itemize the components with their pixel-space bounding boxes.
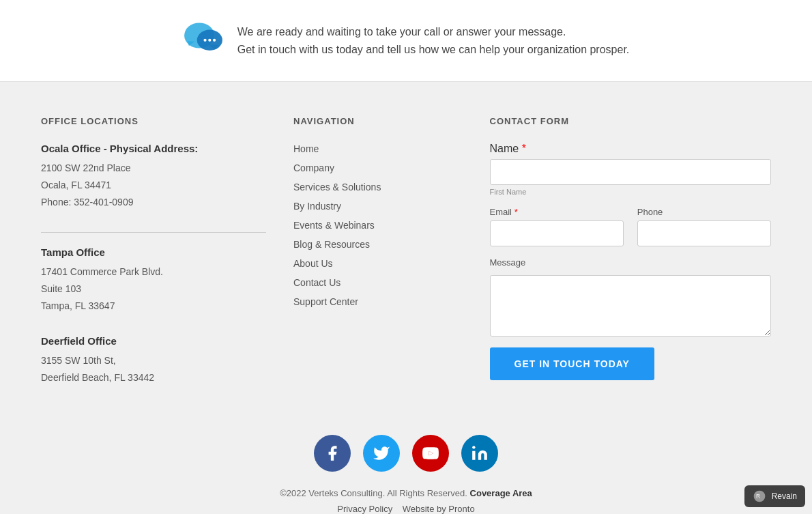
nav-item-company[interactable]: Company — [293, 162, 463, 174]
ocala-phone: Phone: 352-401-0909 — [41, 197, 133, 208]
svg-text:R: R — [756, 493, 760, 500]
footer-bottom: ©2022 Verteks Consulting. All Rights Res… — [41, 485, 771, 515]
banner-line2: Get in touch with us today and tell us h… — [237, 41, 630, 59]
name-label: Name * — [490, 143, 526, 154]
footer-main: OFFICE LOCATIONS Ocala Office - Physical… — [0, 82, 812, 514]
privacy-link[interactable]: Privacy Policy — [337, 504, 392, 514]
nav-link-industry[interactable]: By Industry — [293, 201, 341, 212]
first-name-sublabel: First Name — [490, 188, 772, 196]
office-locations-heading: OFFICE LOCATIONS — [41, 116, 266, 126]
youtube-icon — [422, 444, 439, 462]
name-input[interactable] — [490, 159, 772, 185]
tampa-office-name: Tampa Office — [41, 246, 266, 258]
svg-point-9 — [472, 446, 475, 448]
email-label: Email * — [490, 207, 624, 217]
policy-line: Privacy Policy Website by Pronto — [41, 501, 771, 514]
nav-item-about[interactable]: About Us — [293, 257, 463, 270]
contact-form-heading: CONTACT FORM — [490, 116, 772, 126]
tampa-suite: Suite 103 — [41, 283, 81, 294]
nav-link-support[interactable]: Support Center — [293, 296, 358, 307]
message-field-group: Message — [490, 257, 772, 337]
nav-item-contact[interactable]: Contact Us — [293, 276, 463, 289]
linkedin-icon — [471, 444, 489, 462]
office-locations-column: OFFICE LOCATIONS Ocala Office - Physical… — [41, 116, 266, 408]
nav-item-home[interactable]: Home — [293, 143, 463, 155]
deerfield-office: Deerfield Office 3155 SW 10th St, Deerfi… — [41, 335, 266, 386]
message-textarea[interactable] — [490, 275, 772, 337]
email-field-group: Email * — [490, 207, 624, 246]
banner-line1: We are ready and waiting to take your ca… — [237, 23, 630, 41]
banner-text: We are ready and waiting to take your ca… — [237, 23, 630, 58]
message-label: Message — [490, 257, 772, 268]
nav-link-services[interactable]: Services & Solutions — [293, 182, 381, 192]
office-divider-1 — [41, 232, 266, 233]
email-required: * — [514, 207, 518, 217]
youtube-link[interactable] — [412, 435, 449, 472]
svg-point-4 — [203, 39, 206, 42]
nav-item-industry[interactable]: By Industry — [293, 200, 463, 212]
coverage-link[interactable]: Coverage Area — [470, 488, 532, 498]
ocala-office-name: Ocala Office - Physical Address: — [41, 143, 266, 154]
tampa-office: Tampa Office 17401 Commerce Park Blvd. S… — [41, 246, 266, 315]
website-link[interactable]: Website by Pronto — [403, 504, 475, 514]
svg-point-6 — [213, 39, 216, 42]
linkedin-link[interactable] — [461, 435, 498, 472]
phone-field-group: Phone — [637, 207, 771, 246]
nav-link-blog[interactable]: Blog & Resources — [293, 239, 370, 250]
svg-point-5 — [208, 39, 211, 42]
email-phone-row: Email * Phone — [490, 207, 772, 246]
facebook-icon — [323, 444, 341, 462]
nav-link-home[interactable]: Home — [293, 143, 319, 154]
nav-link-events[interactable]: Events & Webinars — [293, 220, 375, 231]
chat-icon — [183, 20, 224, 61]
copyright-line: ©2022 Verteks Consulting. All Rights Res… — [41, 485, 771, 501]
submit-button[interactable]: GET IN TOUCH TODAY — [490, 347, 654, 380]
deerfield-office-name: Deerfield Office — [41, 335, 266, 347]
deerfield-city: Deerfield Beach, FL 33442 — [41, 372, 154, 383]
name-required: * — [522, 143, 526, 154]
tampa-address: 17401 Commerce Park Blvd. — [41, 266, 163, 277]
footer-columns: OFFICE LOCATIONS Ocala Office - Physical… — [41, 116, 771, 408]
tampa-city: Tampa, FL 33647 — [41, 300, 115, 311]
nav-link-company[interactable]: Company — [293, 162, 334, 173]
social-links — [41, 435, 771, 472]
twitter-link[interactable] — [363, 435, 400, 472]
deerfield-address: 3155 SW 10th St, — [41, 355, 116, 366]
phone-label: Phone — [637, 207, 771, 217]
nav-item-support[interactable]: Support Center — [293, 296, 463, 308]
navigation-column: NAVIGATION Home Company Services & Solut… — [293, 116, 463, 408]
ocala-city: Ocala, FL 34471 — [41, 180, 111, 190]
nav-item-blog[interactable]: Blog & Resources — [293, 238, 463, 251]
revain-badge: R Revain — [744, 485, 805, 507]
name-field-group: Name * First Name — [490, 143, 772, 196]
facebook-link[interactable] — [314, 435, 351, 472]
top-banner: We are ready and waiting to take your ca… — [0, 0, 812, 82]
email-input[interactable] — [490, 220, 624, 246]
ocala-address: 2100 SW 22nd Place — [41, 162, 131, 173]
name-input-group: First Name — [490, 155, 772, 196]
nav-link-about[interactable]: About Us — [293, 258, 333, 269]
revain-icon: R — [753, 489, 766, 503]
nav-item-services[interactable]: Services & Solutions — [293, 181, 463, 193]
nav-links-list: Home Company Services & Solutions By Ind… — [293, 143, 463, 308]
copyright-text: ©2022 Verteks Consulting. All Rights Res… — [280, 488, 467, 498]
nav-item-events[interactable]: Events & Webinars — [293, 219, 463, 231]
revain-label: Revain — [772, 491, 797, 501]
ocala-office: Ocala Office - Physical Address: 2100 SW… — [41, 143, 266, 212]
navigation-heading: NAVIGATION — [293, 116, 463, 126]
twitter-icon — [373, 444, 390, 462]
phone-input[interactable] — [637, 220, 771, 246]
nav-link-contact[interactable]: Contact Us — [293, 277, 340, 288]
contact-form-column: CONTACT FORM Name * First Name Email * — [490, 116, 772, 408]
